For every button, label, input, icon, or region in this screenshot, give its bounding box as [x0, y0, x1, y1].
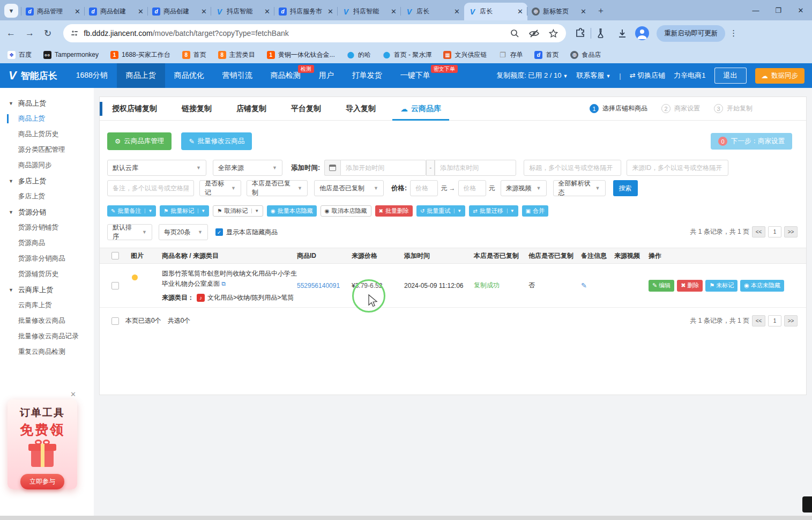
nav-users[interactable]: 用户 [310, 63, 343, 88]
prev-page-button[interactable]: << [752, 315, 765, 326]
source-video-select[interactable]: 来源视频▼ [501, 180, 547, 196]
tab-link-copy[interactable]: 链接复制 [169, 97, 224, 120]
edit-note-icon[interactable]: ✎ [581, 281, 587, 289]
other-copied-select[interactable]: 他店是否已复制▼ [314, 180, 384, 196]
sidebar-item-category-match[interactable]: 源分类匹配管理 [0, 142, 94, 158]
tab-shop-copy[interactable]: 店铺复制 [224, 97, 279, 120]
show-hidden-checkbox[interactable]: ✓ [215, 228, 223, 236]
bookmark-item[interactable]: ooTampermonkey [43, 51, 99, 59]
nav-one-click-order[interactable]: 一键下单密文下单 [391, 63, 439, 88]
flask-icon[interactable] [597, 28, 607, 39]
batch-edit-cloud-button[interactable]: ✎批量修改云商品 [181, 132, 252, 150]
promo-join-button[interactable]: 立即参与 [20, 474, 64, 489]
maximize-icon[interactable]: ❐ [767, 2, 789, 18]
browser-tab[interactable]: d 商品创建 ✕ [148, 3, 211, 20]
sidebar-item-duplicate-check[interactable]: 重复云商品检测 [0, 344, 94, 360]
tab-close-icon[interactable]: ✕ [391, 8, 397, 16]
bookmark-star-icon[interactable] [548, 28, 558, 39]
new-tab-button[interactable]: ＋ [594, 4, 608, 18]
source-select[interactable]: 全部来源▼ [213, 160, 282, 176]
bookmark-item[interactable]: 1黄铜一体化钛合金... [267, 50, 335, 60]
tab-auth-shop-copy[interactable]: 授权店铺复制 [100, 97, 169, 120]
cloud-library-select[interactable]: 默认云库▼ [107, 160, 206, 176]
row-checkbox[interactable] [111, 282, 119, 289]
tab-close-icon[interactable]: ✕ [327, 8, 333, 16]
footer-select-all-checkbox[interactable] [111, 317, 119, 325]
nav-1688-distribution[interactable]: 1688分销 [67, 63, 117, 88]
browser-tab[interactable]: ⊕ 新标签页 ✕ [527, 3, 591, 20]
restart-update-button[interactable]: 重新启动即可更新 [657, 25, 725, 42]
nav-product-upload[interactable]: 商品上货 [117, 63, 165, 88]
tab-platform-copy[interactable]: 平台复制 [279, 97, 333, 120]
sidebar-item-product-upload[interactable]: 商品上货 [0, 111, 94, 127]
browser-tab[interactable]: V 店长 ✕ [401, 3, 464, 20]
promo-close-icon[interactable]: ✕ [70, 390, 76, 398]
batch-migrate-button[interactable]: ⇄批量迁移▼ [469, 205, 518, 217]
product-name[interactable]: 圆形竹茶笔筒市创意时尚收纳文化用品中小学生毕业礼物办公室桌面 ⧉ [162, 269, 297, 288]
nav-product-optimize[interactable]: 商品优化 [165, 63, 213, 88]
sidebar-item-cloud-upload[interactable]: 云商库上货 [0, 298, 94, 313]
browser-tab[interactable]: d 抖店服务市 ✕ [274, 3, 338, 20]
bookmark-item[interactable]: ❐存单 [498, 50, 523, 60]
external-link-icon[interactable]: ⧉ [221, 280, 226, 287]
select-all-checkbox[interactable] [111, 252, 119, 259]
sidebar-item-upload-history[interactable]: 商品上货历史 [0, 127, 94, 142]
browser-tab-active[interactable]: V 店长 ✕ [464, 3, 527, 20]
cloud-library-manage-button[interactable]: ⚙云商品库管理 [107, 132, 172, 150]
calendar-button[interactable] [324, 160, 340, 176]
page-number-button[interactable]: 1 [768, 226, 781, 237]
browser-tab[interactable]: d 商品管理 ✕ [21, 3, 85, 20]
sort-order-select[interactable]: 默认排序▼ [107, 224, 152, 240]
download-icon[interactable] [617, 28, 628, 39]
back-icon[interactable]: ← [6, 28, 16, 39]
eye-off-icon[interactable] [528, 28, 539, 39]
sidebar-item-batch-edit-cloud[interactable]: 批量修改云商品 [0, 313, 94, 329]
page-number-button[interactable]: 1 [768, 315, 781, 326]
tab-close-icon[interactable]: ✕ [580, 8, 586, 16]
cancel-hide-button[interactable]: ◉取消本店隐藏 [321, 205, 371, 217]
page-size-select[interactable]: 每页20条▼ [159, 224, 208, 240]
bookmark-item[interactable]: ⊕食品店 [570, 50, 601, 60]
next-step-button[interactable]: 0下一步：商家设置 [711, 133, 792, 150]
sidebar-item-source-sync[interactable]: 商品源同步 [0, 158, 94, 173]
bookmark-item[interactable]: 11688-买家工作台 [110, 50, 170, 60]
tab-close-icon[interactable]: ✕ [264, 8, 270, 16]
reload-icon[interactable]: ↻ [44, 28, 51, 39]
bookmark-item[interactable]: 8首页 [182, 50, 206, 60]
app-logo[interactable]: V 智能店长 [0, 69, 67, 83]
next-page-button[interactable]: >> [784, 315, 798, 326]
title-filter-input[interactable] [524, 160, 621, 176]
extensions-icon[interactable] [575, 28, 585, 39]
nav-print-ship[interactable]: 打单发货 [343, 63, 391, 88]
data-sync-button[interactable]: ☁数据同步 [755, 68, 805, 84]
bookmark-item[interactable]: d首页 [534, 50, 558, 60]
cancel-mark-button[interactable]: ⚑取消标记▼ [213, 205, 263, 217]
batch-delete-button[interactable]: ✖批量删除 [375, 205, 413, 217]
corner-widget[interactable] [802, 496, 812, 512]
switch-shop-button[interactable]: ⇄ 切换店铺 [630, 71, 666, 80]
bookmark-item[interactable]: ▦文兴供应链 [443, 50, 487, 60]
sidebar-item-supply-history[interactable]: 货源铺货历史 [0, 266, 94, 282]
source-id-filter-input[interactable] [627, 160, 728, 176]
address-bar[interactable]: fb.dddz.jiancent.com/move/batch/target?c… [63, 24, 566, 42]
tab-close-icon[interactable]: ✕ [75, 8, 80, 16]
sidebar-group-supply[interactable]: ▼货源分销 [0, 204, 94, 220]
bookmark-item[interactable]: ⬤首页 - 聚水潭 [383, 50, 432, 60]
site-info-icon[interactable] [71, 29, 78, 37]
browser-tab[interactable]: V 抖店智能 ✕ [211, 3, 274, 20]
batch-mark-button[interactable]: ⚑批量标记▼ [160, 205, 209, 217]
bookmark-item[interactable]: ⬤的哈 [347, 50, 371, 60]
bookmark-item[interactable]: 8主营类目 [218, 50, 255, 60]
sidebar-group-multi-shop[interactable]: ▼多店上货 [0, 173, 94, 189]
not-hidden-button[interactable]: ◉本店未隐藏 [740, 280, 784, 292]
unmarked-button[interactable]: ⚑未标记 [705, 280, 737, 292]
browser-tab[interactable]: d 商品创建 ✕ [85, 3, 148, 20]
promo-card[interactable]: ✕ 订单工具 免费领 立即参与 [8, 399, 77, 489]
self-copied-select[interactable]: 本店是否已复制▼ [247, 180, 308, 196]
browser-tab[interactable]: V 抖店智能 ✕ [338, 3, 401, 20]
merge-button[interactable]: ▣合并 [522, 205, 548, 217]
next-page-button[interactable]: >> [784, 226, 798, 237]
close-window-icon[interactable]: ✕ [789, 2, 812, 18]
mark-select[interactable]: 是否标记▼ [199, 180, 241, 196]
contact-support[interactable]: 联系客服▼ [576, 71, 610, 80]
